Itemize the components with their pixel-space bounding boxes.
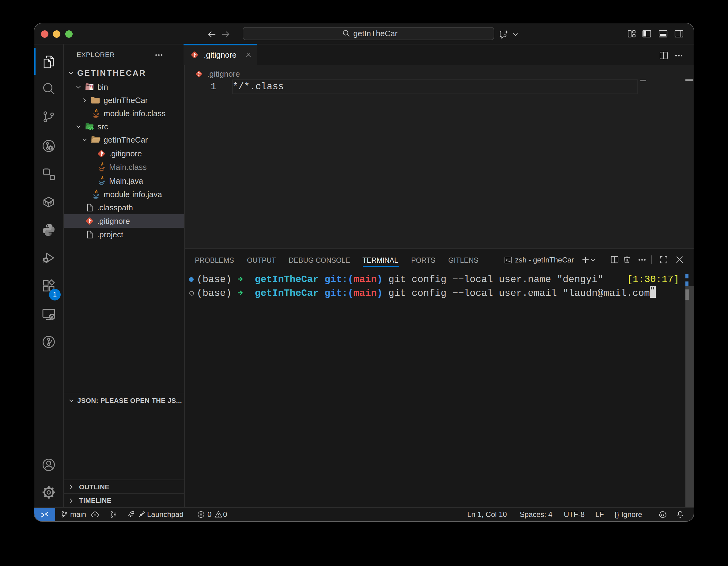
svg-text:10: 10 xyxy=(90,87,93,90)
